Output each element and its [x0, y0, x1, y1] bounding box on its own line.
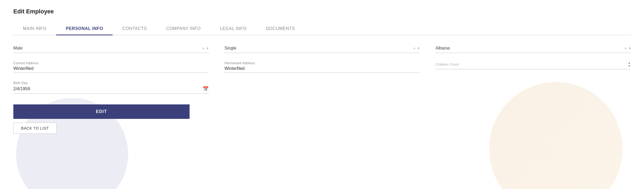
- birth-day-row[interactable]: 2/4/1959 📅: [13, 86, 209, 94]
- nationality-arrow-icon[interactable]: ▾: [629, 46, 631, 50]
- gender-value: Male: [13, 46, 23, 51]
- tab-main-info[interactable]: MAIN INFO: [13, 22, 56, 35]
- nationality-controls: × ▾: [624, 46, 631, 51]
- page-title: Edit Employee: [13, 8, 631, 15]
- marital-status-arrow-icon[interactable]: ▾: [418, 46, 419, 50]
- gender-clear-icon[interactable]: ×: [202, 46, 205, 51]
- current-address-value[interactable]: Winterfiled: [13, 66, 209, 73]
- current-address-field: Current Address Winterfiled: [13, 61, 209, 73]
- form-area: Male × ▾ Current Address Winterfiled Bir…: [13, 46, 631, 94]
- edit-button[interactable]: EDIT: [13, 104, 190, 119]
- gender-controls: × ▾: [202, 46, 209, 51]
- gender-select[interactable]: Male × ▾: [13, 46, 209, 53]
- tabs-bar: MAIN INFO PERSONAL INFO CONTACTS COMPANY…: [13, 22, 631, 35]
- spinner-up-icon[interactable]: ▲: [628, 61, 631, 64]
- marital-status-clear-icon[interactable]: ×: [413, 46, 416, 51]
- back-to-list-button[interactable]: BACK TO LIST: [13, 123, 57, 134]
- nationality-value: Albania: [435, 46, 450, 51]
- children-count-field[interactable]: Children Count ▲ ▼: [435, 61, 631, 69]
- marital-status-value: Single: [225, 46, 236, 51]
- form-column-2: Single × ▾ Permenant Address Winterfiled: [225, 46, 420, 94]
- tab-legal-info[interactable]: LEGAL INFO: [210, 22, 256, 35]
- tab-personal-info[interactable]: PERSONAL INFO: [56, 22, 113, 35]
- birth-day-value: 2/4/1959: [13, 86, 30, 91]
- gender-arrow-icon[interactable]: ▾: [207, 46, 209, 50]
- marital-status-select[interactable]: Single × ▾: [225, 46, 420, 53]
- buttons-row: EDIT BACK TO LIST: [13, 104, 190, 134]
- nationality-clear-icon[interactable]: ×: [624, 46, 627, 51]
- form-column-1: Male × ▾ Current Address Winterfiled Bir…: [13, 46, 209, 94]
- permanent-address-label: Permenant Address: [225, 61, 420, 65]
- nationality-select[interactable]: Albania × ▾: [435, 46, 631, 53]
- form-column-3: Albania × ▾ Children Count ▲ ▼: [435, 46, 631, 94]
- children-count-spinner[interactable]: ▲ ▼: [628, 61, 631, 67]
- birth-day-label: Birth Day: [13, 81, 209, 85]
- permanent-address-value[interactable]: Winterfiled: [225, 66, 420, 73]
- tab-company-info[interactable]: COMPANY INFO: [156, 22, 210, 35]
- spinner-down-icon[interactable]: ▼: [628, 64, 631, 67]
- birth-day-field: Birth Day 2/4/1959 📅: [13, 81, 209, 94]
- permanent-address-field: Permenant Address Winterfiled: [225, 61, 420, 73]
- calendar-icon[interactable]: 📅: [203, 86, 209, 92]
- current-address-label: Current Address: [13, 61, 209, 65]
- tab-documents[interactable]: DOCUMENTS: [256, 22, 305, 35]
- children-count-label: Children Count: [435, 62, 459, 66]
- tab-contacts[interactable]: CONTACTS: [113, 22, 156, 35]
- marital-status-controls: × ▾: [413, 46, 420, 51]
